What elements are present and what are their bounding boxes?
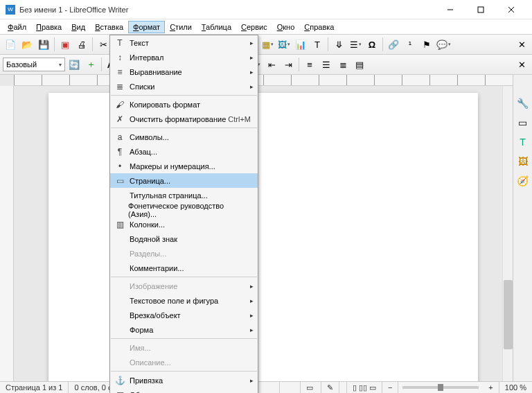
horizontal-ruler[interactable] — [14, 75, 513, 86]
vertical-scrollbar[interactable] — [502, 86, 513, 381]
menu-item-страница-[interactable]: ▭Страница... — [110, 173, 258, 188]
menu-item-символы-[interactable]: aСимволы... — [110, 130, 258, 144]
vertical-ruler[interactable] — [0, 86, 14, 381]
hyperlink-button[interactable]: 🔗 — [386, 37, 401, 52]
menu-item-label: Текстовое поле и фигура — [130, 297, 218, 305]
menu-item-копировать-формат[interactable]: 🖌Копировать формат — [110, 97, 258, 112]
menu-item-label: Списки — [130, 82, 155, 91]
menu-item-списки[interactable]: ≣Списки — [110, 79, 258, 94]
justify-button[interactable]: ▤ — [352, 57, 367, 72]
menu-item-комментарии-[interactable]: Комментарии... — [110, 261, 258, 275]
zoom-value[interactable]: 100 % — [499, 382, 532, 393]
paragraph-style-combo[interactable]: Базовый — [3, 58, 65, 71]
menu-item-интервал[interactable]: ↕Интервал — [110, 50, 258, 64]
menu-item-фонетическое-руководство-азия-[interactable]: Фонетическое руководство (Азия)... — [110, 202, 258, 217]
sidebar-gallery-icon[interactable]: 🖼 — [515, 154, 531, 169]
comment-button[interactable]: 💬 — [436, 37, 451, 52]
menu-item-маркеры-и-нумерация-[interactable]: •Маркеры и нумерация... — [110, 159, 258, 173]
pagebreak-button[interactable]: ⤋ — [331, 37, 346, 52]
update-style-button[interactable]: 🔄 — [66, 57, 82, 72]
close-toolbar-button[interactable]: ✕ — [514, 57, 529, 72]
zoom-out-button[interactable]: − — [382, 382, 398, 393]
print-button[interactable]: 🖨 — [74, 37, 89, 52]
footnote-button[interactable]: ¹ — [402, 37, 418, 52]
menu-формат[interactable]: Формат — [128, 21, 165, 33]
align-right-button[interactable]: ≣ — [335, 57, 351, 72]
zoom-slider[interactable] — [402, 386, 479, 389]
blank-icon — [113, 280, 127, 292]
new-style-button[interactable]: ＋ — [83, 57, 98, 72]
status-page[interactable]: Страница 1 из 1 — [0, 382, 69, 393]
menu-item-текстовое-поле-и-фигура[interactable]: Текстовое поле и фигура — [110, 293, 258, 308]
menu-item-label: Изображение — [130, 282, 177, 290]
outdent-button[interactable]: ⇤ — [264, 57, 279, 72]
toolbar-formatting: Базовый 🔄 ＋ A A "A" A ✕ A A • 1. ⇤ ⇥ ≡ ☰… — [0, 55, 532, 75]
menu-таблица[interactable]: Таблица — [197, 21, 236, 33]
align-center-button[interactable]: ☰ — [319, 57, 334, 72]
paragraph-style-value: Базовый — [6, 60, 37, 69]
status-view-layout[interactable]: ▯ ▯▯ ▭ — [346, 382, 382, 393]
field-button[interactable]: ☰ — [348, 37, 363, 52]
scrollbar-thumb[interactable] — [504, 280, 513, 349]
menu-item-врезка-объект[interactable]: Врезка/объект — [110, 308, 258, 322]
save-button[interactable]: 💾 — [36, 37, 51, 52]
menu-item-водяной-знак[interactable]: Водяной знак — [110, 232, 258, 246]
menubar: ФайлПравкаВидВставкаФорматСтилиТаблицаСе… — [0, 19, 532, 35]
separator — [101, 58, 102, 71]
minimize-button[interactable] — [435, 0, 466, 19]
blank-icon — [113, 309, 127, 322]
menu-item-форма[interactable]: Форма — [110, 322, 258, 337]
special-char-button[interactable]: Ω — [364, 37, 380, 52]
close-button[interactable] — [496, 0, 526, 19]
maximize-button[interactable] — [466, 0, 496, 19]
doc-icon: W — [6, 5, 15, 15]
new-button[interactable]: 📄 — [3, 37, 18, 52]
sidebar-styles-icon[interactable]: T — [515, 134, 531, 150]
menu-item-label: Колонки... — [130, 220, 165, 229]
status-selection-mode[interactable]: ▭ — [301, 382, 321, 393]
menu-вставка[interactable]: Вставка — [90, 21, 128, 33]
export-pdf-button[interactable]: ▣ — [57, 37, 73, 52]
menu-item-текст[interactable]: TТекст — [110, 35, 258, 50]
menu-окно[interactable]: Окно — [272, 21, 300, 33]
status-signature[interactable]: ✎ — [321, 382, 339, 393]
open-button[interactable]: 📂 — [19, 37, 35, 52]
menu-item-привязка[interactable]: ⚓Привязка — [110, 373, 258, 387]
svg-rect-1 — [478, 7, 484, 12]
indent-button[interactable]: ⇥ — [281, 57, 296, 72]
menu-вид[interactable]: Вид — [66, 21, 90, 33]
document-area[interactable] — [14, 86, 513, 381]
cut-button[interactable]: ✂ — [96, 37, 111, 52]
close-toolbar-button[interactable]: ✕ — [514, 37, 529, 52]
menu-item-титульная-страница-[interactable]: Титульная страница... — [110, 188, 258, 202]
menu-item-обтекание[interactable]: ◧Обтекание — [110, 387, 258, 393]
menu-item-абзац-[interactable]: ¶Абзац... — [110, 144, 258, 159]
bookmark-button[interactable]: ⚑ — [419, 37, 434, 52]
menu-item-label: Очистить форматирование — [130, 115, 226, 123]
menu-сервис[interactable]: Сервис — [236, 21, 272, 33]
zoom-knob[interactable] — [438, 384, 443, 391]
table-button[interactable]: ▦ — [260, 37, 275, 52]
chart-button[interactable]: 📊 — [293, 37, 308, 52]
separator — [299, 58, 299, 71]
menu-файл[interactable]: Файл — [3, 21, 31, 33]
image-button[interactable]: 🖼 — [276, 37, 292, 52]
menu-separator — [111, 338, 257, 339]
sidebar-properties-icon[interactable]: 🔧 — [515, 96, 531, 111]
menu-справка[interactable]: Справка — [299, 21, 339, 33]
blank-icon — [113, 295, 127, 307]
sidebar-page-icon[interactable]: ▭ — [515, 115, 531, 130]
menu-стили[interactable]: Стили — [165, 21, 197, 33]
status-insert-mode[interactable] — [280, 382, 301, 393]
menu-item-колонки-[interactable]: ▥Колонки... — [110, 217, 258, 232]
menu-item-label: Страница... — [130, 177, 170, 185]
menu-item-label: Комментарии... — [130, 264, 184, 272]
menu-item-очистить-форматирование[interactable]: ✗Очистить форматированиеCtrl+M — [110, 112, 258, 126]
textbox-button[interactable]: T — [310, 37, 325, 52]
zoom-in-button[interactable]: + — [483, 382, 499, 393]
menu-item-выравнивание[interactable]: ≡Выравнивание — [110, 64, 258, 79]
sidebar-navigator-icon[interactable]: 🧭 — [515, 173, 531, 189]
menu-правка[interactable]: Правка — [31, 21, 66, 33]
align-left-button[interactable]: ≡ — [302, 57, 317, 72]
columns-icon: ▥ — [113, 218, 127, 231]
